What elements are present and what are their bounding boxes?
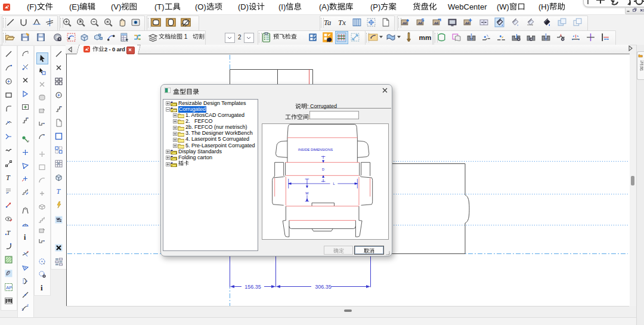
svg-text:Tx: Tx (338, 18, 346, 27)
svg-text:156.35: 156.35 (244, 284, 261, 290)
svg-text:W: W (305, 191, 309, 195)
svg-text:INSIDE DIMENSIONS: INSIDE DIMENSIONS (298, 148, 333, 151)
svg-text:T: T (6, 174, 11, 182)
svg-text:L: L (333, 182, 335, 185)
svg-text:i: i (24, 233, 26, 242)
svg-text:i: i (41, 283, 43, 292)
svg-text:S: S (422, 17, 425, 23)
svg-text:Ta: Ta (324, 18, 331, 27)
svg-text:mm: mm (419, 33, 432, 41)
svg-text:1: 1 (21, 308, 23, 311)
svg-text:2: 2 (27, 304, 29, 307)
svg-text:T: T (56, 187, 61, 196)
svg-text:AP: AP (6, 285, 13, 290)
svg-text:T: T (7, 229, 11, 236)
svg-text:306.35: 306.35 (315, 284, 332, 290)
svg-text:D: D (322, 168, 324, 171)
